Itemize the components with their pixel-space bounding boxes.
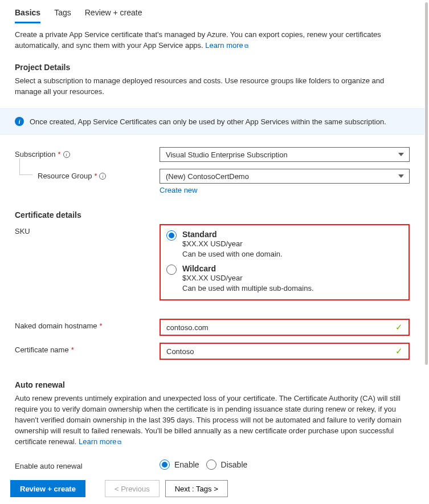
- tabs: Basics Tags Review + create: [15, 5, 410, 23]
- info-icon[interactable]: i: [99, 173, 106, 180]
- subscription-select[interactable]: Visual Studio Enterprise Subscription: [160, 147, 410, 162]
- resource-group-label: Resource Group * i: [15, 169, 160, 180]
- learn-more-link[interactable]: Learn more⧉: [79, 437, 121, 446]
- review-create-button[interactable]: Review + create: [10, 480, 85, 497]
- scrollbar[interactable]: [425, 2, 428, 468]
- sku-standard-radio[interactable]: [166, 230, 177, 241]
- footer-actions: Review + create < Previous Next : Tags >: [0, 473, 429, 504]
- sku-wildcard-radio[interactable]: [166, 265, 177, 275]
- enable-radio[interactable]: [160, 460, 170, 470]
- disable-radio-option[interactable]: Disable: [206, 459, 248, 470]
- certificate-name-input[interactable]: Contoso ✓: [160, 343, 410, 360]
- tab-tags[interactable]: Tags: [54, 5, 71, 23]
- scrollbar-thumb[interactable]: [425, 2, 428, 365]
- sku-label: SKU: [15, 224, 160, 235]
- naked-domain-input[interactable]: contoso.com ✓: [160, 319, 410, 336]
- certificate-details-heading: Certificate details: [15, 210, 410, 220]
- external-link-icon: ⧉: [244, 43, 248, 49]
- project-details-desc: Select a subscription to manage deployed…: [15, 75, 410, 97]
- sku-standard-name: Standard: [182, 230, 217, 239]
- sku-radio-group: Standard $XX.XX USD/year Can be used wit…: [160, 224, 410, 300]
- next-button[interactable]: Next : Tags >: [165, 480, 228, 497]
- check-icon: ✓: [395, 322, 403, 332]
- external-link-icon: ⧉: [117, 439, 121, 445]
- info-icon[interactable]: i: [63, 151, 70, 158]
- check-icon: ✓: [395, 346, 403, 356]
- disable-radio[interactable]: [206, 460, 216, 470]
- create-new-link[interactable]: Create new: [160, 186, 197, 194]
- tab-basics[interactable]: Basics: [15, 5, 40, 23]
- project-details-heading: Project Details: [15, 63, 410, 72]
- info-box-text: Once created, App Service Certificates c…: [30, 117, 386, 126]
- tab-review-create[interactable]: Review + create: [85, 5, 142, 23]
- certificate-name-label: Certificate name *: [15, 343, 160, 354]
- previous-button: < Previous: [105, 480, 160, 497]
- auto-renewal-heading: Auto renewal: [15, 380, 410, 389]
- info-box: i Once created, App Service Certificates…: [0, 108, 424, 135]
- enable-auto-renewal-label: Enable auto renewal: [15, 459, 160, 470]
- info-icon: i: [15, 117, 24, 126]
- naked-domain-label: Naked domain hostname *: [15, 319, 160, 330]
- enable-radio-option[interactable]: Enable: [160, 459, 199, 470]
- intro-text: Create a private App Service certificate…: [15, 29, 410, 51]
- subscription-label: Subscription * i: [15, 147, 160, 158]
- auto-renewal-desc: Auto renew prevents untimely expiration …: [15, 393, 410, 448]
- learn-more-link[interactable]: Learn more⧉: [205, 41, 248, 50]
- sku-wildcard-name: Wildcard: [182, 264, 216, 273]
- resource-group-select[interactable]: (New) ContosoCertDemo: [160, 169, 410, 184]
